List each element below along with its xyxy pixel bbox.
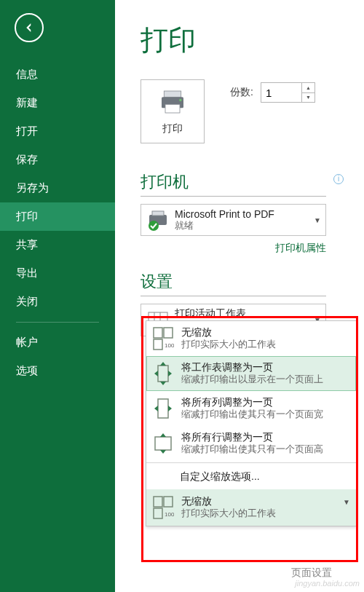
scale-option-fit-rows[interactable]: 将所有行调整为一页 缩减打印输出使其只有一个页面高 (146, 426, 356, 461)
fit-sheet-icon (152, 361, 174, 386)
printer-name: Microsoft Print to PDF (175, 208, 314, 220)
printer-dropdown-text: Microsoft Print to PDF 就绪 (170, 208, 314, 232)
scale-option-title: 将所有行调整为一页 (181, 431, 350, 444)
printer-header-label: 打印机 (141, 173, 189, 191)
settings-section-header: 设置 (141, 271, 326, 296)
spinner-down[interactable]: ▼ (302, 93, 314, 103)
print-row: 打印 份数: ▲ ▼ (141, 79, 364, 143)
back-button[interactable] (15, 13, 44, 42)
scale-option-sub: 缩减打印输出以显示在一个页面上 (181, 374, 350, 386)
printer-section-header: 打印机 i (141, 171, 326, 197)
chevron-down-icon: ▼ (343, 498, 350, 505)
custom-scaling-options[interactable]: 自定义缩放选项... (146, 465, 356, 489)
copies-group: 份数: ▲ ▼ (230, 79, 315, 103)
nav-item-info[interactable]: 信息 (0, 60, 115, 89)
page-title: 打印 (141, 22, 364, 59)
svg-rect-12 (154, 328, 162, 338)
svg-rect-13 (164, 328, 173, 338)
nav-item-account[interactable]: 帐户 (0, 328, 115, 357)
scale-option-fit-columns[interactable]: 将所有列调整为一页 缩减打印输出使其只有一个页面宽 (146, 391, 356, 426)
svg-rect-0 (164, 91, 181, 97)
arrow-left-icon (23, 21, 36, 34)
svg-rect-16 (158, 366, 168, 382)
svg-point-3 (179, 99, 181, 101)
no-scaling-icon: 100 (152, 495, 174, 520)
info-icon[interactable]: i (333, 174, 344, 184)
backstage-sidebar: 信息 新建 打开 保存 另存为 打印 共享 导出 关闭 帐户 选项 (0, 0, 115, 592)
print-area-title: 打印活动工作表 (175, 307, 314, 320)
printer-dropdown[interactable]: Microsoft Print to PDF 就绪 ▼ (141, 204, 326, 236)
nav-item-close[interactable]: 关闭 (0, 288, 115, 316)
nav-item-options[interactable]: 选项 (0, 357, 115, 385)
chevron-down-icon: ▼ (314, 216, 321, 224)
svg-rect-20 (164, 497, 173, 507)
nav-divider (16, 322, 99, 323)
printer-status-icon (146, 208, 170, 232)
scale-option-sub: 缩减打印输出使其只有一个页面宽 (181, 409, 350, 421)
print-button[interactable]: 打印 (141, 79, 205, 143)
popup-separator (146, 462, 356, 463)
svg-rect-18 (155, 437, 171, 450)
printer-icon (158, 87, 187, 117)
spinner-up[interactable]: ▲ (302, 83, 314, 93)
copies-label: 份数: (230, 86, 253, 99)
scale-option-title: 将所有列调整为一页 (181, 396, 350, 409)
scaling-selected-title: 无缩放 (181, 495, 350, 508)
spinner-arrows: ▲ ▼ (301, 83, 314, 102)
svg-rect-2 (165, 104, 180, 113)
scale-option-title: 将工作表调整为一页 (181, 361, 350, 374)
copies-spinner[interactable]: ▲ ▼ (261, 82, 315, 103)
copies-input[interactable] (261, 83, 301, 102)
fit-columns-icon (152, 396, 174, 421)
svg-point-6 (149, 221, 159, 231)
no-scaling-icon: 100 (152, 326, 174, 351)
svg-rect-21 (154, 508, 162, 518)
print-button-label: 打印 (162, 122, 183, 135)
svg-rect-19 (154, 497, 162, 507)
scale-option-fit-sheet[interactable]: 将工作表调整为一页 缩减打印输出以显示在一个页面上 (146, 356, 356, 391)
nav-item-open[interactable]: 打开 (0, 117, 115, 146)
scaling-dropdown[interactable]: 100 无缩放 打印实际大小的工作表 ▼ (146, 489, 356, 526)
nav-item-saveas[interactable]: 另存为 (0, 174, 115, 202)
scale-option-sub: 缩减打印输出使其只有一个页面高 (181, 444, 350, 456)
nav-item-new[interactable]: 新建 (0, 89, 115, 117)
svg-text:100: 100 (165, 342, 174, 349)
svg-rect-5 (152, 211, 164, 216)
svg-rect-17 (158, 399, 168, 418)
nav-item-save[interactable]: 保存 (0, 146, 115, 174)
printer-properties-link[interactable]: 打印机属性 (141, 242, 326, 255)
scaling-options-popup: 100 无缩放 打印实际大小的工作表 将工作表调整为一页 缩减打印输出以显示在一… (146, 320, 357, 526)
scaling-selected-sub: 打印实际大小的工作表 (181, 508, 350, 520)
scale-option-sub: 打印实际大小的工作表 (181, 339, 350, 351)
scale-option-title: 无缩放 (181, 326, 350, 339)
svg-text:100: 100 (165, 511, 174, 518)
scale-option-no-scaling[interactable]: 100 无缩放 打印实际大小的工作表 (146, 321, 356, 356)
printer-status: 就绪 (175, 220, 314, 232)
nav-item-print[interactable]: 打印 (0, 202, 115, 231)
nav-item-share[interactable]: 共享 (0, 231, 115, 259)
page-setup-link[interactable]: 页面设置 (291, 567, 332, 580)
svg-rect-14 (154, 339, 162, 350)
nav-item-export[interactable]: 导出 (0, 259, 115, 288)
fit-rows-icon (152, 431, 174, 456)
